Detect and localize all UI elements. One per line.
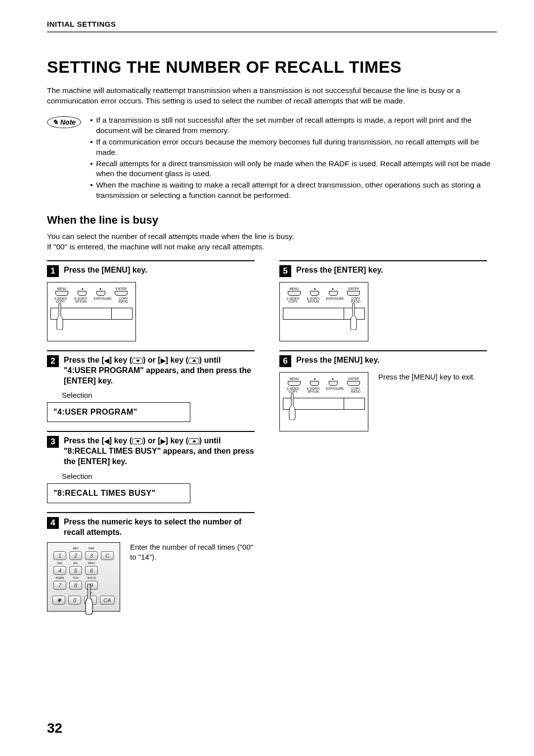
- ratio-label: COPYRATIO: [350, 387, 362, 394]
- note-label: Note: [60, 118, 76, 126]
- twosided-label: 2-SIDEDCOPY: [286, 387, 301, 394]
- twosided-label: 2-SIDEDCOPY: [286, 297, 301, 304]
- control-panel-diagram: MENU ◄ ► ENTER 2-SIDEDCOPY E-SORT/ SP.FU…: [47, 282, 136, 341]
- step-number: 5: [279, 265, 291, 277]
- subsection-intro: You can select the number of recall atte…: [47, 232, 497, 252]
- step-title: Press the [◀] key () or [▶] key () until…: [64, 355, 255, 386]
- numeric-keypad-diagram: ABCDEF 123C GHIJKLMNO 456 PQRSTUVWXYZ 78…: [47, 542, 120, 612]
- step-title: Press the [MENU] key.: [296, 355, 380, 366]
- menu-key: [288, 291, 301, 296]
- esort-label: E-SORT/ SP.FUN: [306, 387, 321, 394]
- note-item: Recall attempts for a direct transmissio…: [90, 159, 497, 180]
- step-side-text: Press the [MENU] key to exit.: [378, 372, 475, 382]
- note-badge: ✎ Note: [47, 116, 81, 128]
- exposure-label: EXPOSURE: [94, 297, 112, 304]
- right-key: [329, 381, 338, 386]
- esort-label: E-SORT/ SP.FUN: [306, 297, 321, 304]
- twosided-label: 2-SIDEDCOPY: [53, 297, 68, 304]
- right-arrow-icon: ▶: [161, 357, 166, 364]
- ratio-label: COPYRATIO: [350, 297, 362, 304]
- note-item: If a communication error occurs because …: [90, 137, 497, 158]
- step-title: Press the [ENTER] key.: [296, 265, 383, 276]
- control-panel-diagram: MENU ◄ ► ENTER 2-SIDEDCOPY E-SORT/ SP.FU…: [279, 282, 368, 341]
- menu-key: [55, 291, 68, 296]
- note-box: ✎ Note If a transmission is still not su…: [47, 115, 497, 202]
- enter-key: [347, 381, 360, 386]
- up-key-icon: [188, 358, 199, 364]
- step-number: 2: [47, 355, 59, 367]
- menu-key: [288, 381, 301, 386]
- exposure-label: EXPOSURE: [326, 297, 344, 304]
- left-key: [78, 291, 87, 296]
- step-number: 1: [47, 265, 59, 277]
- menu-key-label: MENU: [55, 287, 68, 291]
- page-title: SETTING THE NUMBER OF RECALL TIMES: [47, 57, 497, 77]
- right-arrow-icon: ▶: [161, 437, 166, 445]
- note-list: If a transmission is still not successfu…: [90, 115, 497, 202]
- down-key-icon: [132, 358, 143, 364]
- control-panel-diagram: MENU ◄ ► ENTER 2-SIDEDCOPY E-SORT/ SP.FU…: [279, 372, 368, 431]
- pencil-icon: ✎: [52, 118, 58, 126]
- ratio-label: COPYRATIO: [117, 297, 130, 304]
- menu-key-label: MENU: [288, 378, 301, 381]
- esort-label: E-SORT/ SP.FUN: [74, 297, 89, 304]
- up-key-icon: [188, 438, 199, 444]
- page-number: 32: [47, 720, 62, 736]
- enter-key-label: ENTER: [347, 378, 360, 381]
- exposure-label: EXPOSURE: [326, 387, 344, 394]
- intro-paragraph: The machine will automatically reattempt…: [47, 86, 497, 106]
- right-key: [329, 291, 338, 296]
- note-item: When the machine is waiting to make a re…: [90, 180, 497, 201]
- lcd-display: "8:RECALL TIMES BUSY": [47, 483, 190, 503]
- step-title: Press the [◀] key () or [▶] key () until…: [64, 436, 255, 467]
- step-side-text: Enter the number of recall times ("00" t…: [130, 542, 255, 562]
- enter-key-label: ENTER: [115, 287, 128, 291]
- enter-key-label: ENTER: [347, 287, 360, 291]
- down-key-icon: [132, 438, 143, 444]
- step-2: 2 Press the [◀] key () or [▶] key () unt…: [47, 350, 255, 422]
- step-4: 4 Press the numeric keys to select the n…: [47, 512, 255, 612]
- note-item: If a transmission is still not successfu…: [90, 115, 497, 136]
- left-key: [310, 291, 319, 296]
- left-key: [310, 381, 319, 386]
- step-5: 5 Press the [ENTER] key. MENU ◄ ► ENTER …: [279, 260, 487, 341]
- step-1: 1 Press the [MENU] key. MENU ◄ ► ENTER 2…: [47, 260, 255, 341]
- step-number: 4: [47, 517, 59, 529]
- section-header: INITIAL SETTINGS: [47, 20, 497, 33]
- pointing-finger-icon: [56, 303, 63, 330]
- enter-key: [115, 291, 128, 296]
- pointing-finger-icon: [85, 584, 93, 609]
- left-arrow-icon: ◀: [104, 357, 109, 364]
- pointing-finger-icon: [289, 393, 296, 420]
- subsection-title: When the line is busy: [47, 214, 497, 227]
- step-number: 3: [47, 436, 59, 448]
- pointing-finger-icon: [350, 303, 357, 330]
- left-column: 1 Press the [MENU] key. MENU ◄ ► ENTER 2…: [47, 260, 255, 620]
- step-3: 3 Press the [◀] key () or [▶] key () unt…: [47, 431, 255, 503]
- right-column: 5 Press the [ENTER] key. MENU ◄ ► ENTER …: [279, 260, 487, 620]
- step-title: Press the [MENU] key.: [64, 265, 147, 276]
- left-arrow-icon: ◀: [104, 437, 109, 445]
- lcd-display: "4:USER PROGRAM": [47, 402, 190, 422]
- menu-key-label: MENU: [288, 287, 301, 291]
- right-key: [96, 291, 105, 296]
- enter-key: [347, 291, 360, 296]
- selection-label: Selection: [62, 391, 255, 399]
- selection-label: Selection: [62, 472, 255, 480]
- step-number: 6: [279, 355, 291, 367]
- step-title: Press the numeric keys to select the num…: [64, 517, 255, 538]
- step-6: 6 Press the [MENU] key. MENU ◄ ► ENTER 2…: [279, 350, 487, 431]
